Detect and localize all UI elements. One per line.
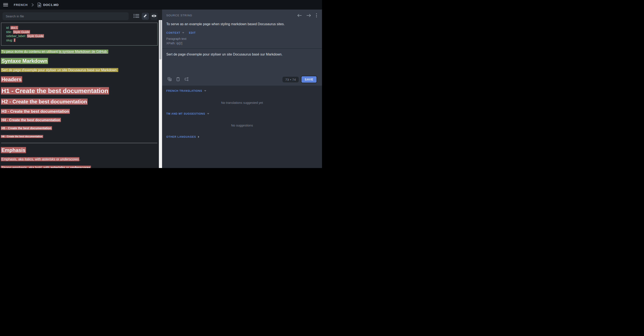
previous-string-button[interactable]	[297, 14, 302, 17]
context-info-line: XPath: /p[2]	[166, 41, 318, 46]
doc-heading-h2: Headers	[1, 76, 158, 82]
header-actions	[297, 13, 318, 18]
frontmatter-key: title:	[6, 30, 13, 34]
doc-paragraph: Tu peux écrire du contenu en utilisant l…	[1, 49, 158, 54]
chevron-down-icon	[182, 32, 184, 34]
source-string-label: SOURCE STRING	[166, 14, 192, 17]
chevron-down-icon	[207, 113, 209, 114]
pencil-icon	[143, 14, 148, 19]
scrollbar-thumb[interactable]	[160, 20, 162, 60]
markdown-file-icon: M↓	[38, 3, 41, 7]
tm-mt-section-header[interactable]: TM AND MT SUGGESTIONS	[166, 112, 318, 115]
doc-heading-h6: H6 - Create the best documentation	[1, 135, 158, 138]
context-row: CONTEXT EDIT	[166, 31, 318, 34]
translation-panel: SOURCE STRING To serve as an example pag…	[162, 10, 322, 168]
app: FRENCH M↓ DOC1.MD	[0, 0, 322, 168]
doc-heading-h2: H2 - Create the best documentation	[1, 99, 158, 105]
copy-source-button[interactable]	[167, 77, 172, 82]
doc-string[interactable]: Emphasis, aka italics, with asterisks or…	[1, 157, 79, 161]
breadcrumb-filename[interactable]: DOC1.MD	[43, 3, 58, 7]
doc-string[interactable]: Emphasis	[1, 147, 26, 153]
card-divider	[162, 48, 322, 49]
tm-mt-section-label: TM AND MT SUGGESTIONS	[166, 112, 205, 115]
doc-string-tail: .	[79, 157, 80, 161]
source-string-text: To serve as an example page when styling…	[166, 22, 318, 27]
translations-section-label: FRENCH TRANSLATIONS	[166, 89, 202, 92]
character-counter-badge: 73 • 74	[282, 77, 298, 82]
text-cursor-icon	[184, 77, 189, 82]
doc-string[interactable]: Tu peux écrire du contenu en utilisant l…	[1, 50, 108, 54]
main-split: id: doc1title: Style Guidesidebar_label:…	[0, 10, 322, 168]
doc-string[interactable]: H1 - Create the best documentation	[1, 87, 109, 94]
frontmatter-line: slug: /	[6, 38, 155, 42]
translation-input[interactable]: Sert de page d'exemple pour styliser un …	[166, 52, 318, 57]
eye-icon	[151, 14, 157, 19]
frontmatter-key: id:	[6, 26, 10, 30]
frontmatter-line: title: Style Guide	[6, 30, 155, 34]
context-toggle[interactable]: CONTEXT	[166, 31, 180, 34]
next-string-button[interactable]	[306, 14, 311, 17]
top-bar: FRENCH M↓ DOC1.MD	[0, 0, 322, 10]
edit-context-button[interactable]: EDIT	[189, 31, 196, 34]
string-editor-card: SOURCE STRING To serve as an example pag…	[162, 10, 322, 86]
doc-string[interactable]: H2 - Create the best documentation	[1, 98, 88, 105]
suggestions-area: FRENCH TRANSLATIONS No translations sugg…	[162, 86, 322, 168]
other-languages-section-header[interactable]: OTHER LANGUAGES	[166, 135, 318, 138]
frontmatter-key: slug:	[6, 38, 14, 42]
doc-heading-h3: H3 - Create the best documentation	[1, 109, 158, 114]
chevron-down-icon	[204, 90, 206, 92]
doc-heading-h2: Emphasis	[1, 147, 158, 153]
frontmatter-value[interactable]: Style Guide	[27, 34, 44, 38]
frontmatter-line: sidebar_label: Style Guide	[6, 34, 155, 38]
context-info: Paragraph text XPath: /p[2]	[166, 37, 318, 46]
doc-paragraph: Sert de page d'exemple pour styliser un …	[1, 68, 158, 72]
doc-heading-h4: H4 - Create the best documentation	[1, 118, 158, 122]
document-panel: id: doc1title: Style Guidesidebar_label:…	[0, 10, 159, 168]
translations-section-header[interactable]: FRENCH TRANSLATIONS	[166, 89, 318, 92]
frontmatter-value[interactable]: Style Guide	[13, 30, 30, 34]
translations-empty-text: No translations suggested yet	[166, 101, 318, 104]
copy-source-icon	[167, 77, 172, 82]
scrollbar-column	[159, 10, 162, 168]
delete-translation-button[interactable]	[176, 77, 180, 82]
horizontal-rule	[1, 143, 158, 143]
breadcrumb-project[interactable]: FRENCH	[14, 3, 28, 7]
more-options-button[interactable]	[315, 13, 318, 18]
doc-string[interactable]: H5 - Create the best documentation	[1, 126, 52, 130]
document-scroll-area: id: doc1title: Style Guidesidebar_label:…	[0, 20, 159, 168]
doc-heading-h5: H5 - Create the best documentation	[1, 126, 158, 130]
doc-string[interactable]: H3 - Create the best documentation	[1, 109, 70, 114]
doc-heading-h1: H1 - Create the best documentation	[1, 87, 158, 95]
doc-string[interactable]: Syntaxe Markdown	[1, 58, 48, 64]
doc-string[interactable]: Sert de page d'exemple pour styliser un …	[1, 68, 118, 72]
frontmatter-line: id: doc1	[6, 26, 155, 30]
frontmatter-value[interactable]: doc1	[10, 26, 18, 30]
other-languages-section-label: OTHER LANGUAGES	[166, 135, 196, 138]
doc-string[interactable]: H6 - Create the best documentation	[1, 135, 43, 138]
breadcrumb-chevron-icon	[32, 3, 34, 7]
insert-text-button[interactable]	[184, 77, 189, 82]
editor-toolbar: 73 • 74 SAVE	[166, 76, 318, 86]
doc-string[interactable]: Strong emphasis, aka bold, with asterisk…	[1, 166, 91, 168]
doc-paragraph: Emphasis, aka italics, with asterisks or…	[1, 157, 158, 162]
save-button[interactable]: SAVE	[302, 76, 316, 83]
doc-string[interactable]: H4 - Create the best documentation	[1, 118, 61, 122]
hamburger-menu-icon[interactable]	[3, 3, 8, 7]
svg-text:M↓: M↓	[38, 5, 40, 6]
frontmatter-block: id: doc1title: Style Guidesidebar_label:…	[1, 23, 158, 46]
search-input[interactable]	[2, 12, 129, 20]
toolbar-icons	[166, 77, 189, 82]
frontmatter-value[interactable]: /	[14, 38, 16, 42]
doc-paragraph: Strong emphasis, aka bold, with asterisk…	[1, 165, 158, 168]
frontmatter-key: sidebar_label:	[6, 34, 27, 38]
doc-string-tail: .	[91, 166, 92, 168]
preview-mode-button[interactable]	[150, 13, 158, 20]
scrollbar-track[interactable]	[159, 20, 162, 168]
document-content: Tu peux écrire du contenu en utilisant l…	[1, 49, 158, 168]
edit-mode-button[interactable]	[142, 13, 149, 20]
trash-icon	[176, 77, 180, 82]
list-icon	[134, 14, 140, 19]
chevron-right-icon	[198, 136, 199, 138]
doc-string[interactable]: Headers	[1, 76, 22, 82]
string-list-view-button[interactable]	[133, 13, 140, 20]
